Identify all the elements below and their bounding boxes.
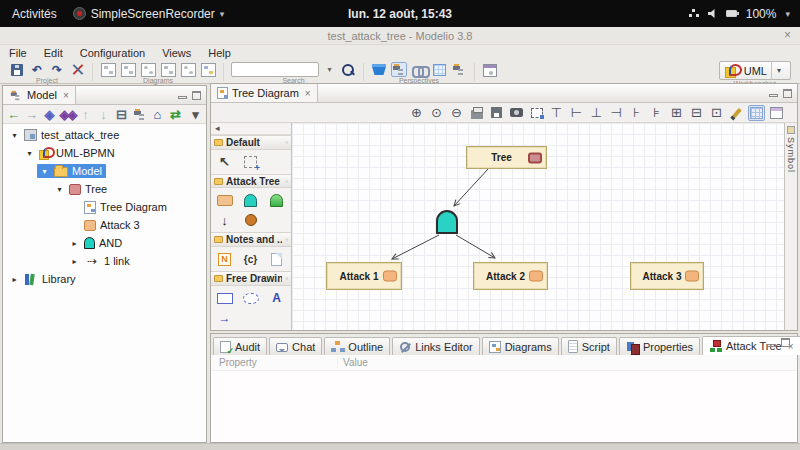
palette-tool-draw-rect[interactable] [216, 290, 233, 306]
expander-icon[interactable]: ▸ [69, 257, 80, 266]
palette-tool-attack-node[interactable] [216, 192, 233, 208]
diagram-deployment-icon[interactable] [160, 62, 176, 77]
tree-diagram-tab-close-icon[interactable]: × [305, 88, 311, 99]
maximize-icon[interactable] [781, 338, 790, 347]
diagram-actor-icon[interactable] [180, 62, 196, 77]
tree-item-tree[interactable]: ▾Tree [3, 180, 206, 198]
diagram-class-icon[interactable] [100, 62, 116, 77]
menu-chevron-icon[interactable]: ▾ [187, 107, 204, 122]
align-center-h-icon[interactable]: ⊦ [628, 105, 645, 121]
system-status-area[interactable]: 100% ▾ [689, 7, 790, 21]
nav-back-icon[interactable]: ← [5, 107, 22, 122]
minimize-icon[interactable] [178, 96, 187, 99]
palette-tool-document[interactable] [268, 251, 285, 267]
tree-item-and[interactable]: ▸AND [3, 234, 206, 252]
home-icon[interactable]: ⌂ [149, 107, 166, 122]
zoom-in-icon[interactable]: ⊕ [408, 105, 425, 121]
palette-tool-draw-line[interactable]: → [216, 310, 233, 326]
model-explorer-icon[interactable] [391, 62, 407, 77]
palette-tool-draw-ellipse[interactable] [242, 290, 259, 306]
tools-icon[interactable] [69, 62, 85, 77]
palette-tool-note[interactable]: N [216, 251, 233, 267]
diagram-node-attack-1[interactable]: Attack 1 [326, 262, 402, 290]
zoom-original-icon[interactable]: ⊙ [428, 105, 445, 121]
align-center-v-icon[interactable]: ⊧ [648, 105, 665, 121]
palette-tool-or-gate[interactable] [268, 192, 285, 208]
window-close-button[interactable]: × [784, 28, 791, 42]
diagram-gate-and[interactable] [436, 210, 458, 234]
menu-configuration[interactable]: Configuration [80, 47, 145, 59]
search-input[interactable] [231, 62, 319, 77]
window-settings-icon[interactable] [482, 63, 498, 78]
search-icon[interactable] [340, 62, 356, 77]
palette-group-default[interactable]: Default◦ [211, 135, 291, 150]
symbol-side-panel[interactable]: Symbol [784, 123, 797, 330]
align-right-icon[interactable]: ⊣ [608, 105, 625, 121]
minimize-icon[interactable] [767, 344, 776, 347]
save-image-icon[interactable] [488, 105, 505, 121]
model-tab-close-icon[interactable]: × [63, 90, 69, 101]
nav-up-icon[interactable]: ↑ [77, 107, 94, 122]
tree-item-tree-diagram[interactable]: Tree Diagram [3, 198, 206, 216]
bucket-icon[interactable] [371, 62, 387, 77]
palette-tool-arrow-down[interactable]: ↓ [216, 212, 233, 228]
menu-help[interactable]: Help [208, 47, 231, 59]
expander-icon[interactable]: ▸ [9, 275, 20, 284]
print-icon[interactable] [468, 105, 485, 121]
column-header-value[interactable]: Value [338, 357, 368, 368]
menu-file[interactable]: File [9, 47, 27, 59]
diagram-canvas[interactable]: TreeAttack 1Attack 2Attack 3 [292, 123, 784, 330]
expander-icon[interactable]: ▾ [39, 167, 50, 176]
save-icon[interactable] [9, 62, 25, 77]
palette-tool-root-node[interactable] [242, 212, 259, 228]
diagram-edge[interactable] [454, 169, 488, 206]
tree-item-library[interactable]: ▸Library [3, 270, 206, 288]
menu-views[interactable]: Views [162, 47, 191, 59]
tab-links-editor[interactable]: Links Editor [392, 337, 479, 355]
tab-tree-diagram[interactable]: Tree Diagram × [211, 84, 318, 102]
format-painter-icon[interactable] [728, 105, 745, 121]
palette-tool-draw-text[interactable]: A [268, 290, 285, 306]
search-dropdown-caret[interactable]: ▾ [323, 62, 336, 77]
align-bottom-icon[interactable]: ⊥ [588, 105, 605, 121]
same-size-icon[interactable]: ⊞ [668, 105, 685, 121]
menu-edit[interactable]: Edit [44, 47, 63, 59]
checker-icon[interactable] [451, 62, 467, 77]
palette-tool-and-gate[interactable] [242, 192, 259, 208]
show-tree-icon[interactable] [131, 107, 148, 122]
diagram-node-tree[interactable]: Tree [466, 146, 547, 169]
property-table-body[interactable] [211, 371, 797, 442]
diagram-edge[interactable] [392, 235, 439, 259]
sync-tree-icon[interactable]: ⇄ [167, 107, 184, 122]
diagram-node-attack-3[interactable]: Attack 3 [630, 262, 704, 290]
expander-icon[interactable]: ▾ [54, 185, 65, 194]
activities-button[interactable]: Activités [12, 7, 57, 21]
maximize-icon[interactable] [192, 91, 201, 100]
matrix-icon[interactable] [431, 62, 447, 77]
expander-icon[interactable]: ▾ [24, 149, 35, 158]
tab-audit[interactable]: Audit [213, 337, 267, 355]
diagram-node-attack-2[interactable]: Attack 2 [473, 262, 548, 290]
tab-diagrams[interactable]: Diagrams [482, 337, 559, 355]
minimize-icon[interactable] [769, 94, 778, 97]
page-layout-icon[interactable] [768, 105, 785, 121]
redo-icon[interactable]: ↷ [49, 62, 65, 77]
palette-group-attack-tree[interactable]: Attack Tree◦ [211, 174, 291, 189]
palette-tool-constraint[interactable]: {c} [242, 251, 259, 267]
tree-item-attack-3[interactable]: Attack 3 [3, 216, 206, 234]
palette-group-free-drawing[interactable]: Free Drawing◦ [211, 271, 291, 286]
grid-icon[interactable] [748, 105, 765, 121]
tree-item-model[interactable]: ▾Model [3, 162, 206, 180]
nav-forward-icon[interactable]: → [23, 107, 40, 122]
history-forward-icon[interactable]: ◈◈ [59, 107, 76, 122]
app-menu[interactable]: SimpleScreenRecorder ▾ [73, 7, 225, 21]
palette-tool-marquee[interactable] [242, 154, 259, 170]
align-top-icon[interactable]: ⊤ [548, 105, 565, 121]
palette-group-notes-and-[interactable]: Notes and ...◦ [211, 232, 291, 247]
diagram-matrix-icon[interactable] [200, 62, 216, 77]
history-back-icon[interactable]: ◈ [41, 107, 58, 122]
collapse-all-icon[interactable]: ⊟ [113, 107, 130, 122]
diagram-usecase-icon[interactable] [140, 62, 156, 77]
zoom-out-icon[interactable]: ⊖ [448, 105, 465, 121]
tab-chat[interactable]: Chat [269, 337, 322, 355]
